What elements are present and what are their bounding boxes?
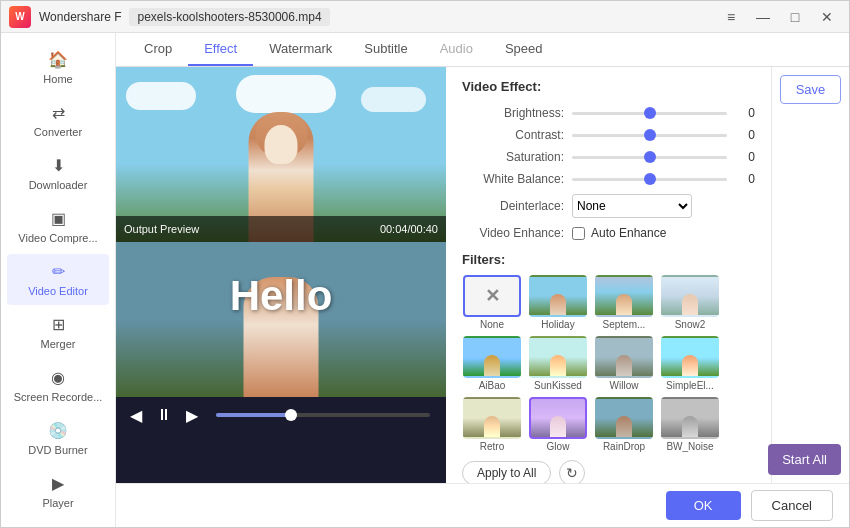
sidebar-item-video-compress[interactable]: ▣ Video Compre... bbox=[7, 201, 109, 252]
brightness-label: Brightness: bbox=[462, 106, 572, 120]
player-icon: ▶ bbox=[52, 474, 64, 493]
sidebar-label-screen-recorder: Screen Recorde... bbox=[14, 391, 103, 403]
video-area: Output Preview 00:04/00:40 Hello ◀ bbox=[116, 67, 446, 483]
sidebar-label-home: Home bbox=[43, 73, 72, 85]
pause-button[interactable]: ⏸ bbox=[152, 403, 176, 427]
converter-icon: ⇄ bbox=[52, 103, 65, 122]
enhance-label: Video Enhance: bbox=[462, 226, 572, 240]
video-compress-icon: ▣ bbox=[51, 209, 66, 228]
filter-thumb-bw-noise bbox=[661, 397, 719, 439]
playback-controls: ◀ ⏸ ▶ bbox=[116, 397, 446, 433]
start-all-container: Start All bbox=[760, 436, 849, 483]
cancel-button[interactable]: Cancel bbox=[751, 490, 833, 521]
filter-september[interactable]: Septem... bbox=[594, 275, 654, 330]
maximize-button[interactable]: □ bbox=[781, 5, 809, 29]
tab-speed[interactable]: Speed bbox=[489, 33, 559, 66]
filter-holiday[interactable]: Holiday bbox=[528, 275, 588, 330]
sidebar-label-video-editor: Video Editor bbox=[28, 285, 88, 297]
filename-badge: pexels-koolshooters-8530006.mp4 bbox=[129, 8, 329, 26]
video-effect-title: Video Effect: bbox=[462, 79, 755, 94]
filter-sunkissed[interactable]: SunKissed bbox=[528, 336, 588, 391]
filter-label-simpleel: SimpleEl... bbox=[666, 380, 714, 391]
minimize-button[interactable]: — bbox=[749, 5, 777, 29]
video-editor-icon: ✏ bbox=[52, 262, 65, 281]
white-balance-value: 0 bbox=[735, 172, 755, 186]
prev-frame-button[interactable]: ◀ bbox=[124, 403, 148, 427]
sidebar-item-downloader[interactable]: ⬇ Downloader bbox=[7, 148, 109, 199]
tab-watermark[interactable]: Watermark bbox=[253, 33, 348, 66]
filter-label-retro: Retro bbox=[480, 441, 504, 452]
preview-time: 00:04/00:40 bbox=[380, 223, 438, 235]
filter-label-snow2: Snow2 bbox=[675, 319, 706, 330]
filter-simpleel[interactable]: SimpleEl... bbox=[660, 336, 720, 391]
deinterlace-row: Deinterlace: None Blend Discard Mean bbox=[462, 194, 755, 218]
brightness-value: 0 bbox=[735, 106, 755, 120]
sidebar-item-video-editor[interactable]: ✏ Video Editor bbox=[7, 254, 109, 305]
titlebar: W Wondershare F pexels-koolshooters-8530… bbox=[1, 1, 849, 33]
filter-thumb-retro bbox=[463, 397, 521, 439]
saturation-value: 0 bbox=[735, 150, 755, 164]
downloader-icon: ⬇ bbox=[52, 156, 65, 175]
progress-bar[interactable] bbox=[216, 413, 430, 417]
sidebar-item-home[interactable]: 🏠 Home bbox=[7, 42, 109, 93]
filter-thumb-sunkissed bbox=[529, 336, 587, 378]
sidebar-item-screen-recorder[interactable]: ◉ Screen Recorde... bbox=[7, 360, 109, 411]
filter-label-bw-noise: BW_Noise bbox=[666, 441, 713, 452]
filter-aibao[interactable]: AiBao bbox=[462, 336, 522, 391]
filter-raindrop[interactable]: RainDrop bbox=[594, 397, 654, 452]
filter-label-glow: Glow bbox=[547, 441, 570, 452]
filter-retro[interactable]: Retro bbox=[462, 397, 522, 452]
tab-crop[interactable]: Crop bbox=[128, 33, 188, 66]
content-panels: Output Preview 00:04/00:40 Hello ◀ bbox=[116, 67, 849, 483]
auto-enhance-label: Auto Enhance bbox=[591, 226, 666, 240]
tab-subtitle[interactable]: Subtitle bbox=[348, 33, 423, 66]
white-balance-slider-container: 0 bbox=[572, 172, 755, 186]
filter-label-holiday: Holiday bbox=[541, 319, 574, 330]
auto-enhance-checkbox[interactable] bbox=[572, 227, 585, 240]
filter-willow[interactable]: Willow bbox=[594, 336, 654, 391]
sidebar-item-merger[interactable]: ⊞ Merger bbox=[7, 307, 109, 358]
white-balance-slider[interactable] bbox=[572, 178, 727, 181]
close-button[interactable]: ✕ bbox=[813, 5, 841, 29]
filter-thumb-none: ✕ bbox=[463, 275, 521, 317]
start-all-button[interactable]: Start All bbox=[768, 444, 841, 475]
filter-bw-noise[interactable]: BW_Noise bbox=[660, 397, 720, 452]
sidebar-item-toolbox[interactable]: 🧰 Toolbox bbox=[7, 519, 109, 527]
filter-thumb-september bbox=[595, 275, 653, 317]
contrast-slider-container: 0 bbox=[572, 128, 755, 142]
tab-audio[interactable]: Audio bbox=[424, 33, 489, 66]
filter-thumb-aibao bbox=[463, 336, 521, 378]
menu-button[interactable]: ≡ bbox=[717, 5, 745, 29]
filter-label-raindrop: RainDrop bbox=[603, 441, 645, 452]
titlebar-controls: ≡ — □ ✕ bbox=[717, 5, 841, 29]
sidebar-item-dvd-burner[interactable]: 💿 DVD Burner bbox=[7, 413, 109, 464]
filter-actions: Apply to All ↻ bbox=[462, 460, 755, 483]
sidebar-item-player[interactable]: ▶ Player bbox=[7, 466, 109, 517]
sidebar-item-converter[interactable]: ⇄ Converter bbox=[7, 95, 109, 146]
filter-thumb-holiday bbox=[529, 275, 587, 317]
contrast-slider[interactable] bbox=[572, 134, 727, 137]
apply-all-button[interactable]: Apply to All bbox=[462, 461, 551, 483]
contrast-label: Contrast: bbox=[462, 128, 572, 142]
filter-label-willow: Willow bbox=[610, 380, 639, 391]
filter-glow[interactable]: Glow bbox=[528, 397, 588, 452]
tab-effect[interactable]: Effect bbox=[188, 33, 253, 66]
deinterlace-select[interactable]: None Blend Discard Mean bbox=[572, 194, 692, 218]
filter-label-aibao: AiBao bbox=[479, 380, 506, 391]
hello-text: Hello bbox=[230, 272, 333, 320]
filter-snow2[interactable]: Snow2 bbox=[660, 275, 720, 330]
filter-none[interactable]: ✕ None bbox=[462, 275, 522, 330]
titlebar-left: W Wondershare F pexels-koolshooters-8530… bbox=[9, 6, 330, 28]
preview-bar: Output Preview 00:04/00:40 bbox=[116, 216, 446, 242]
home-icon: 🏠 bbox=[48, 50, 68, 69]
saturation-slider[interactable] bbox=[572, 156, 727, 159]
save-button[interactable]: Save bbox=[780, 75, 841, 104]
dvd-burner-icon: 💿 bbox=[48, 421, 68, 440]
next-frame-button[interactable]: ▶ bbox=[180, 403, 204, 427]
ok-button[interactable]: OK bbox=[666, 491, 741, 520]
deinterlace-label: Deinterlace: bbox=[462, 199, 572, 213]
refresh-filters-button[interactable]: ↻ bbox=[559, 460, 585, 483]
brightness-slider[interactable] bbox=[572, 112, 727, 115]
filter-thumb-snow2 bbox=[661, 275, 719, 317]
sidebar-label-merger: Merger bbox=[41, 338, 76, 350]
